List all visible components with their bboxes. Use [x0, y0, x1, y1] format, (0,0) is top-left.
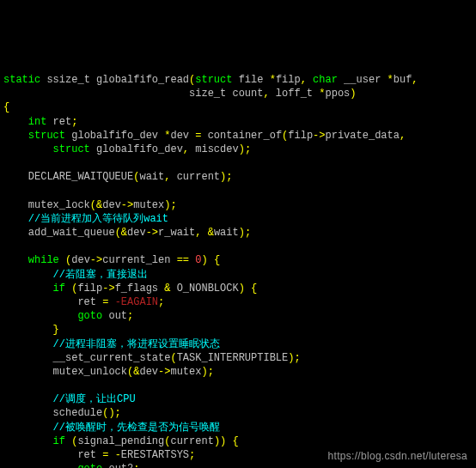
code-block: static ssize_t globalfifo_read(struct fi…: [0, 56, 476, 468]
watermark-text: https://blog.csdn.net/luteresa: [328, 449, 467, 463]
